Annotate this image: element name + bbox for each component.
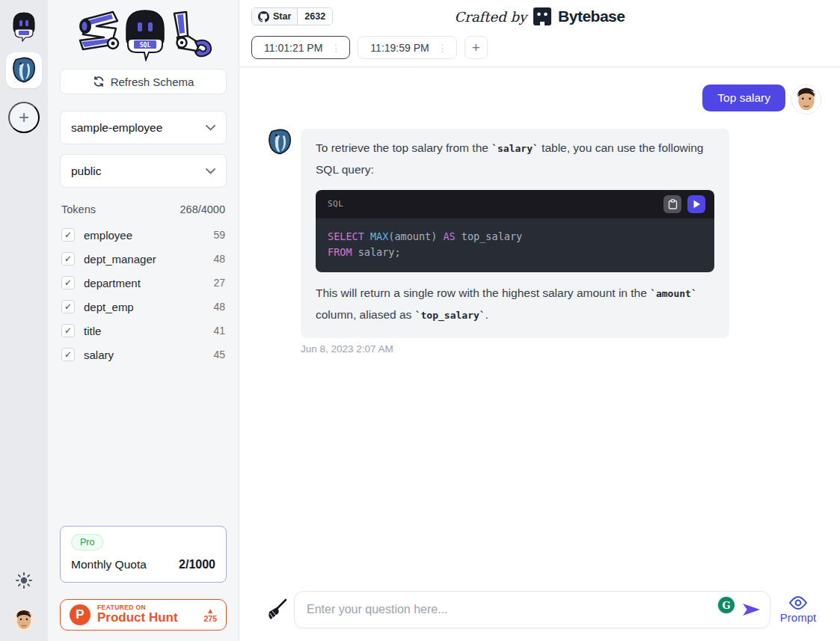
table-token-count: 45 <box>213 349 225 361</box>
product-hunt-votes: ▲ 275 <box>203 607 217 623</box>
inline-code: `top_salary` <box>415 310 485 321</box>
refresh-schema-button[interactable]: Refresh Schema <box>60 69 227 94</box>
code-language-label: SQL <box>328 194 343 215</box>
user-avatar <box>791 85 821 114</box>
main-header: Star 2632 Crafted by Bytebase <box>239 0 840 33</box>
clipboard-icon <box>668 199 678 209</box>
sqlchat-logo: SQL <box>60 4 227 69</box>
sidebar: SQL Refresh Schema sample-employee publi… <box>48 0 239 641</box>
copy-code-button[interactable] <box>663 195 681 213</box>
code-line: SELECT MAX(amount) AS top_salary <box>328 229 702 245</box>
assistant-message-card: To retrieve the top salary from the `sal… <box>301 129 729 338</box>
star-count: 2632 <box>298 8 332 25</box>
star-label: Star <box>273 11 291 22</box>
table-checkbox[interactable]: ✓ <box>61 348 75 361</box>
inline-code: `amount` <box>650 288 697 299</box>
tokens-header: Tokens 268/4000 <box>60 197 227 223</box>
table-row-title[interactable]: ✓title41 <box>60 319 227 343</box>
product-hunt-badge[interactable]: P FEATURED ON Product Hunt ▲ 275 <box>60 599 227 631</box>
upvote-count: 275 <box>203 615 217 623</box>
code-line: FROM salary; <box>328 245 702 260</box>
assistant-message-row: To retrieve the top salary from the `sal… <box>266 129 821 338</box>
refresh-icon <box>93 76 105 88</box>
user-message-bubble: Top salary <box>702 85 785 111</box>
logo-sql-band-text: SQL <box>139 42 150 49</box>
tab-label: 11:19:59 PM <box>370 42 429 54</box>
table-name: dept_emp <box>84 301 213 313</box>
pro-plan-badge: Pro <box>71 534 103 550</box>
schema-select-value: public <box>71 165 102 178</box>
play-icon <box>693 200 701 209</box>
left-rail: + <box>0 0 48 641</box>
table-checkbox[interactable]: ✓ <box>61 324 75 337</box>
chat-area: Top salary <box>239 67 840 641</box>
chat-spacer <box>266 355 821 591</box>
tab-label: 11:01:21 PM <box>264 42 322 54</box>
add-connection-button[interactable]: + <box>8 102 40 133</box>
github-icon <box>258 11 269 22</box>
table-checkbox[interactable]: ✓ <box>61 300 75 313</box>
grammarly-icon[interactable]: G <box>718 597 735 613</box>
table-checkbox[interactable]: ✓ <box>61 276 75 289</box>
composer: G Prompt <box>266 591 821 641</box>
table-row-salary[interactable]: ✓salary45 <box>60 343 227 366</box>
table-name: employee <box>84 229 213 242</box>
quota-card: Pro Monthly Quota 2/1000 <box>60 526 227 583</box>
table-token-count: 27 <box>213 277 225 289</box>
sqlchat-bot-icon[interactable] <box>9 10 39 42</box>
account-avatar[interactable] <box>12 608 36 632</box>
prompt-button[interactable]: Prompt <box>777 595 819 624</box>
message-timestamp: Jun 8, 2023 2:07 AM <box>301 343 821 355</box>
table-row-dept_manager[interactable]: ✓dept_manager48 <box>60 247 227 271</box>
send-button[interactable] <box>742 601 761 618</box>
table-name: title <box>84 325 213 337</box>
run-query-button[interactable] <box>687 195 705 213</box>
table-checkbox[interactable]: ✓ <box>61 228 75 242</box>
table-checkbox[interactable]: ✓ <box>61 252 75 266</box>
tab-menu-kebab-icon[interactable]: ⋮ <box>435 42 450 54</box>
connection-select[interactable]: sample-employee <box>60 111 227 144</box>
table-row-dept_emp[interactable]: ✓dept_emp48 <box>60 295 227 319</box>
inline-code: `salary` <box>491 143 539 154</box>
table-token-count: 41 <box>213 325 225 337</box>
sidebar-spacer <box>60 366 227 526</box>
tab-conversation-1[interactable]: 11:01:21 PM ⋮ <box>251 36 350 59</box>
table-row-department[interactable]: ✓department27 <box>60 271 227 295</box>
code-body: SELECT MAX(amount) AS top_salaryFROM sal… <box>316 218 714 272</box>
assistant-postgres-avatar <box>266 129 293 156</box>
table-token-count: 48 <box>213 253 225 265</box>
tokens-usage: 268/4000 <box>180 203 225 215</box>
connection-postgres-tile[interactable] <box>6 52 42 88</box>
table-name: department <box>84 277 213 289</box>
table-token-count: 59 <box>213 229 225 241</box>
prompt-label: Prompt <box>780 611 816 624</box>
question-input[interactable] <box>307 603 711 616</box>
chevron-down-icon <box>206 125 215 131</box>
postgres-elephant-icon <box>10 57 37 84</box>
bytebase-logo-icon <box>533 7 552 26</box>
chevron-down-icon <box>206 168 215 174</box>
crafted-by-text: Crafted by <box>455 9 527 25</box>
monthly-quota-value: 2/1000 <box>179 558 215 571</box>
eye-icon <box>788 595 808 610</box>
product-hunt-logo-icon: P <box>70 604 91 625</box>
monthly-quota-label: Monthly Quota <box>71 558 147 571</box>
table-name: dept_manager <box>84 253 213 266</box>
table-row-employee[interactable]: ✓employee59 <box>60 223 227 247</box>
code-block-header: SQL <box>316 190 714 218</box>
tab-menu-kebab-icon[interactable]: ⋮ <box>328 42 343 54</box>
schema-select[interactable]: public <box>60 154 227 188</box>
conversation-tabs: 11:01:21 PM ⋮ 11:19:59 PM ⋮ + <box>239 33 840 67</box>
clear-conversation-broom-icon[interactable] <box>266 598 287 621</box>
bytebase-brand-name: Bytebase <box>558 7 625 25</box>
assistant-outro-text: This will return a single row with the h… <box>316 283 714 326</box>
theme-toggle-sun-icon[interactable] <box>16 572 32 592</box>
tab-conversation-2[interactable]: 11:19:59 PM ⋮ <box>358 36 456 59</box>
refresh-schema-label: Refresh Schema <box>111 76 194 88</box>
user-message-row: Top salary <box>266 85 821 114</box>
connection-select-value: sample-employee <box>71 121 162 135</box>
tokens-label: Tokens <box>61 203 96 215</box>
github-star-button[interactable]: Star 2632 <box>251 7 333 25</box>
new-conversation-button[interactable]: + <box>465 36 488 59</box>
table-name: salary <box>84 349 213 361</box>
